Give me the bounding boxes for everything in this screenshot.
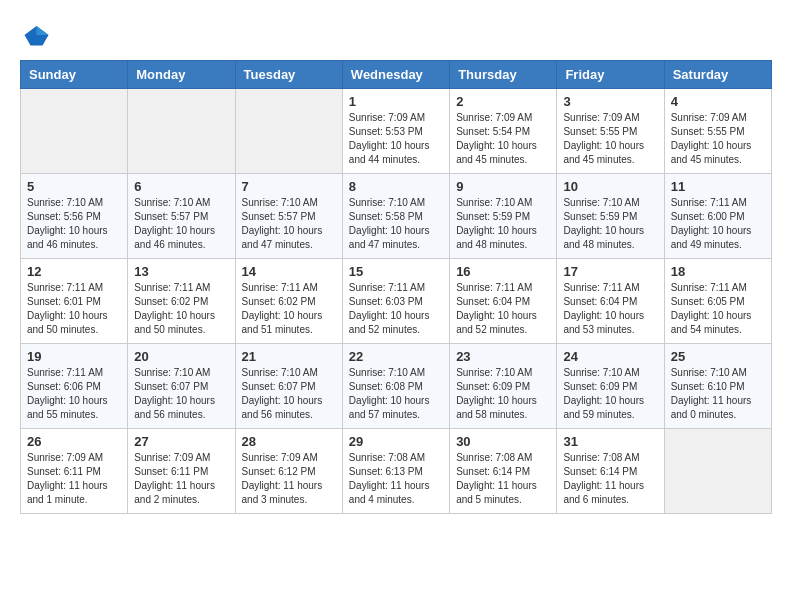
day-info: Sunrise: 7:09 AM Sunset: 5:55 PM Dayligh… bbox=[563, 111, 657, 167]
calendar-day-13: 13Sunrise: 7:11 AM Sunset: 6:02 PM Dayli… bbox=[128, 259, 235, 344]
day-number: 28 bbox=[242, 434, 336, 449]
day-number: 24 bbox=[563, 349, 657, 364]
day-number: 15 bbox=[349, 264, 443, 279]
calendar-day-15: 15Sunrise: 7:11 AM Sunset: 6:03 PM Dayli… bbox=[342, 259, 449, 344]
day-info: Sunrise: 7:11 AM Sunset: 6:02 PM Dayligh… bbox=[242, 281, 336, 337]
day-info: Sunrise: 7:10 AM Sunset: 6:07 PM Dayligh… bbox=[242, 366, 336, 422]
calendar-day-17: 17Sunrise: 7:11 AM Sunset: 6:04 PM Dayli… bbox=[557, 259, 664, 344]
calendar-day-25: 25Sunrise: 7:10 AM Sunset: 6:10 PM Dayli… bbox=[664, 344, 771, 429]
weekday-header-saturday: Saturday bbox=[664, 61, 771, 89]
calendar-day-10: 10Sunrise: 7:10 AM Sunset: 5:59 PM Dayli… bbox=[557, 174, 664, 259]
day-info: Sunrise: 7:09 AM Sunset: 6:11 PM Dayligh… bbox=[27, 451, 121, 507]
calendar-day-22: 22Sunrise: 7:10 AM Sunset: 6:08 PM Dayli… bbox=[342, 344, 449, 429]
day-number: 11 bbox=[671, 179, 765, 194]
day-info: Sunrise: 7:09 AM Sunset: 5:55 PM Dayligh… bbox=[671, 111, 765, 167]
day-number: 19 bbox=[27, 349, 121, 364]
weekday-header-sunday: Sunday bbox=[21, 61, 128, 89]
calendar-day-4: 4Sunrise: 7:09 AM Sunset: 5:55 PM Daylig… bbox=[664, 89, 771, 174]
calendar-week-row: 26Sunrise: 7:09 AM Sunset: 6:11 PM Dayli… bbox=[21, 429, 772, 514]
day-number: 31 bbox=[563, 434, 657, 449]
day-number: 25 bbox=[671, 349, 765, 364]
day-number: 13 bbox=[134, 264, 228, 279]
day-info: Sunrise: 7:10 AM Sunset: 5:57 PM Dayligh… bbox=[134, 196, 228, 252]
calendar-day-29: 29Sunrise: 7:08 AM Sunset: 6:13 PM Dayli… bbox=[342, 429, 449, 514]
day-number: 22 bbox=[349, 349, 443, 364]
day-info: Sunrise: 7:09 AM Sunset: 5:53 PM Dayligh… bbox=[349, 111, 443, 167]
page-header bbox=[20, 20, 772, 50]
calendar-day-27: 27Sunrise: 7:09 AM Sunset: 6:11 PM Dayli… bbox=[128, 429, 235, 514]
calendar-empty-cell bbox=[21, 89, 128, 174]
day-info: Sunrise: 7:09 AM Sunset: 6:12 PM Dayligh… bbox=[242, 451, 336, 507]
logo bbox=[20, 20, 54, 50]
calendar-day-23: 23Sunrise: 7:10 AM Sunset: 6:09 PM Dayli… bbox=[450, 344, 557, 429]
day-info: Sunrise: 7:10 AM Sunset: 5:56 PM Dayligh… bbox=[27, 196, 121, 252]
calendar-day-5: 5Sunrise: 7:10 AM Sunset: 5:56 PM Daylig… bbox=[21, 174, 128, 259]
day-number: 6 bbox=[134, 179, 228, 194]
day-number: 17 bbox=[563, 264, 657, 279]
weekday-header-wednesday: Wednesday bbox=[342, 61, 449, 89]
calendar-week-row: 5Sunrise: 7:10 AM Sunset: 5:56 PM Daylig… bbox=[21, 174, 772, 259]
day-number: 23 bbox=[456, 349, 550, 364]
calendar-day-14: 14Sunrise: 7:11 AM Sunset: 6:02 PM Dayli… bbox=[235, 259, 342, 344]
calendar-day-21: 21Sunrise: 7:10 AM Sunset: 6:07 PM Dayli… bbox=[235, 344, 342, 429]
weekday-header-row: SundayMondayTuesdayWednesdayThursdayFrid… bbox=[21, 61, 772, 89]
day-info: Sunrise: 7:10 AM Sunset: 5:59 PM Dayligh… bbox=[563, 196, 657, 252]
calendar-empty-cell bbox=[128, 89, 235, 174]
day-number: 10 bbox=[563, 179, 657, 194]
calendar-day-30: 30Sunrise: 7:08 AM Sunset: 6:14 PM Dayli… bbox=[450, 429, 557, 514]
calendar-day-3: 3Sunrise: 7:09 AM Sunset: 5:55 PM Daylig… bbox=[557, 89, 664, 174]
day-number: 9 bbox=[456, 179, 550, 194]
day-info: Sunrise: 7:10 AM Sunset: 6:08 PM Dayligh… bbox=[349, 366, 443, 422]
day-number: 5 bbox=[27, 179, 121, 194]
day-number: 4 bbox=[671, 94, 765, 109]
calendar-empty-cell bbox=[664, 429, 771, 514]
day-info: Sunrise: 7:11 AM Sunset: 6:04 PM Dayligh… bbox=[456, 281, 550, 337]
calendar-week-row: 1Sunrise: 7:09 AM Sunset: 5:53 PM Daylig… bbox=[21, 89, 772, 174]
weekday-header-thursday: Thursday bbox=[450, 61, 557, 89]
calendar-day-12: 12Sunrise: 7:11 AM Sunset: 6:01 PM Dayli… bbox=[21, 259, 128, 344]
day-number: 8 bbox=[349, 179, 443, 194]
day-info: Sunrise: 7:08 AM Sunset: 6:13 PM Dayligh… bbox=[349, 451, 443, 507]
calendar-day-20: 20Sunrise: 7:10 AM Sunset: 6:07 PM Dayli… bbox=[128, 344, 235, 429]
day-info: Sunrise: 7:10 AM Sunset: 6:09 PM Dayligh… bbox=[563, 366, 657, 422]
day-number: 16 bbox=[456, 264, 550, 279]
day-info: Sunrise: 7:11 AM Sunset: 6:00 PM Dayligh… bbox=[671, 196, 765, 252]
calendar-day-28: 28Sunrise: 7:09 AM Sunset: 6:12 PM Dayli… bbox=[235, 429, 342, 514]
day-info: Sunrise: 7:11 AM Sunset: 6:05 PM Dayligh… bbox=[671, 281, 765, 337]
day-number: 27 bbox=[134, 434, 228, 449]
day-number: 30 bbox=[456, 434, 550, 449]
day-info: Sunrise: 7:10 AM Sunset: 5:58 PM Dayligh… bbox=[349, 196, 443, 252]
day-number: 26 bbox=[27, 434, 121, 449]
day-info: Sunrise: 7:11 AM Sunset: 6:01 PM Dayligh… bbox=[27, 281, 121, 337]
day-info: Sunrise: 7:10 AM Sunset: 5:57 PM Dayligh… bbox=[242, 196, 336, 252]
calendar-day-26: 26Sunrise: 7:09 AM Sunset: 6:11 PM Dayli… bbox=[21, 429, 128, 514]
day-info: Sunrise: 7:10 AM Sunset: 6:07 PM Dayligh… bbox=[134, 366, 228, 422]
calendar-day-19: 19Sunrise: 7:11 AM Sunset: 6:06 PM Dayli… bbox=[21, 344, 128, 429]
calendar-day-6: 6Sunrise: 7:10 AM Sunset: 5:57 PM Daylig… bbox=[128, 174, 235, 259]
calendar-day-11: 11Sunrise: 7:11 AM Sunset: 6:00 PM Dayli… bbox=[664, 174, 771, 259]
calendar-day-7: 7Sunrise: 7:10 AM Sunset: 5:57 PM Daylig… bbox=[235, 174, 342, 259]
day-number: 7 bbox=[242, 179, 336, 194]
calendar-day-16: 16Sunrise: 7:11 AM Sunset: 6:04 PM Dayli… bbox=[450, 259, 557, 344]
calendar-day-2: 2Sunrise: 7:09 AM Sunset: 5:54 PM Daylig… bbox=[450, 89, 557, 174]
calendar-day-31: 31Sunrise: 7:08 AM Sunset: 6:14 PM Dayli… bbox=[557, 429, 664, 514]
calendar-table: SundayMondayTuesdayWednesdayThursdayFrid… bbox=[20, 60, 772, 514]
calendar-empty-cell bbox=[235, 89, 342, 174]
day-info: Sunrise: 7:08 AM Sunset: 6:14 PM Dayligh… bbox=[456, 451, 550, 507]
day-info: Sunrise: 7:09 AM Sunset: 5:54 PM Dayligh… bbox=[456, 111, 550, 167]
day-info: Sunrise: 7:10 AM Sunset: 6:10 PM Dayligh… bbox=[671, 366, 765, 422]
calendar-day-18: 18Sunrise: 7:11 AM Sunset: 6:05 PM Dayli… bbox=[664, 259, 771, 344]
calendar-day-1: 1Sunrise: 7:09 AM Sunset: 5:53 PM Daylig… bbox=[342, 89, 449, 174]
calendar-day-24: 24Sunrise: 7:10 AM Sunset: 6:09 PM Dayli… bbox=[557, 344, 664, 429]
day-number: 18 bbox=[671, 264, 765, 279]
day-info: Sunrise: 7:11 AM Sunset: 6:04 PM Dayligh… bbox=[563, 281, 657, 337]
day-number: 2 bbox=[456, 94, 550, 109]
day-number: 1 bbox=[349, 94, 443, 109]
calendar-day-9: 9Sunrise: 7:10 AM Sunset: 5:59 PM Daylig… bbox=[450, 174, 557, 259]
day-number: 29 bbox=[349, 434, 443, 449]
day-number: 12 bbox=[27, 264, 121, 279]
day-info: Sunrise: 7:09 AM Sunset: 6:11 PM Dayligh… bbox=[134, 451, 228, 507]
day-number: 21 bbox=[242, 349, 336, 364]
calendar-day-8: 8Sunrise: 7:10 AM Sunset: 5:58 PM Daylig… bbox=[342, 174, 449, 259]
day-info: Sunrise: 7:11 AM Sunset: 6:06 PM Dayligh… bbox=[27, 366, 121, 422]
